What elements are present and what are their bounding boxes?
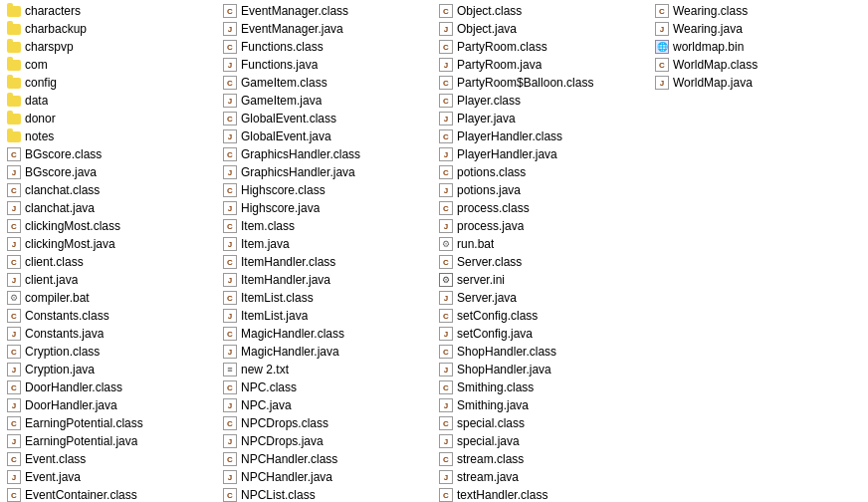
list-item[interactable]: characters — [2, 2, 218, 20]
list-item[interactable]: Event.java — [2, 468, 218, 486]
list-item[interactable]: new 2.txt — [218, 361, 434, 378]
file-label: potions.java — [457, 183, 521, 197]
list-item[interactable]: EventContainer.class — [2, 486, 218, 502]
list-item[interactable]: textHandler.class — [434, 486, 650, 502]
list-item[interactable]: Server.java — [434, 289, 650, 307]
list-item[interactable]: clickingMost.class — [2, 217, 218, 235]
list-item[interactable]: worldmap.bin — [650, 38, 866, 56]
file-label: donor — [25, 112, 56, 126]
java-file-icon — [223, 345, 237, 359]
list-item[interactable]: com — [2, 56, 218, 74]
list-item[interactable]: special.class — [434, 414, 650, 432]
java-file-icon — [439, 434, 453, 448]
list-item[interactable]: Functions.java — [218, 56, 434, 74]
column-col4: Wearing.classWearing.javaworldmap.binWor… — [650, 2, 866, 502]
list-item[interactable]: GameItem.class — [218, 74, 434, 92]
list-item[interactable]: data — [2, 92, 218, 110]
list-item[interactable]: charspvp — [2, 38, 218, 56]
list-item[interactable]: Smithing.class — [434, 378, 650, 396]
list-item[interactable]: GlobalEvent.java — [218, 127, 434, 145]
list-item[interactable]: DoorHandler.class — [2, 378, 218, 396]
list-item[interactable]: clanchat.java — [2, 199, 218, 217]
list-item[interactable]: EventManager.class — [218, 2, 434, 20]
list-item[interactable]: EarningPotential.class — [2, 414, 218, 432]
list-item[interactable]: Object.java — [434, 20, 650, 38]
list-item[interactable]: NPCList.class — [218, 486, 434, 502]
list-item[interactable]: GraphicsHandler.class — [218, 145, 434, 163]
list-item[interactable]: Wearing.java — [650, 20, 866, 38]
list-item[interactable]: EventManager.java — [218, 20, 434, 38]
list-item[interactable]: notes — [2, 127, 218, 145]
list-item[interactable]: PlayerHandler.class — [434, 127, 650, 145]
list-item[interactable]: PlayerHandler.java — [434, 145, 650, 163]
list-item[interactable]: GraphicsHandler.java — [218, 163, 434, 181]
list-item[interactable]: NPCHandler.java — [218, 468, 434, 486]
list-item[interactable]: GameItem.java — [218, 92, 434, 110]
class-file-icon — [439, 345, 453, 359]
list-item[interactable]: run.bat — [434, 235, 650, 253]
list-item[interactable]: WorldMap.java — [650, 74, 866, 92]
list-item[interactable]: client.java — [2, 271, 218, 289]
list-item[interactable]: charbackup — [2, 20, 218, 38]
list-item[interactable]: clanchat.class — [2, 181, 218, 199]
list-item[interactable]: Constants.class — [2, 307, 218, 325]
list-item[interactable]: potions.java — [434, 181, 650, 199]
list-item[interactable]: Cryption.java — [2, 361, 218, 378]
list-item[interactable]: config — [2, 74, 218, 92]
list-item[interactable]: NPCHandler.class — [218, 450, 434, 468]
list-item[interactable]: special.java — [434, 432, 650, 450]
list-item[interactable]: stream.class — [434, 450, 650, 468]
list-item[interactable]: Player.java — [434, 110, 650, 127]
list-item[interactable]: Highscore.class — [218, 181, 434, 199]
list-item[interactable]: NPC.java — [218, 396, 434, 414]
list-item[interactable]: client.class — [2, 253, 218, 271]
list-item[interactable]: MagicHandler.class — [218, 325, 434, 343]
list-item[interactable]: Server.class — [434, 253, 650, 271]
list-item[interactable]: Player.class — [434, 92, 650, 110]
list-item[interactable]: PartyRoom.java — [434, 56, 650, 74]
list-item[interactable]: Cryption.class — [2, 343, 218, 361]
list-item[interactable]: Item.java — [218, 235, 434, 253]
list-item[interactable]: Constants.java — [2, 325, 218, 343]
list-item[interactable]: EarningPotential.java — [2, 432, 218, 450]
list-item[interactable]: PartyRoom.class — [434, 38, 650, 56]
list-item[interactable]: WorldMap.class — [650, 56, 866, 74]
list-item[interactable]: setConfig.class — [434, 307, 650, 325]
list-item[interactable]: BGscore.class — [2, 145, 218, 163]
list-item[interactable]: ItemList.java — [218, 307, 434, 325]
list-item[interactable]: clickingMost.java — [2, 235, 218, 253]
list-item[interactable]: Event.class — [2, 450, 218, 468]
list-item[interactable]: stream.java — [434, 468, 650, 486]
list-item[interactable]: BGscore.java — [2, 163, 218, 181]
class-file-icon — [223, 76, 237, 90]
list-item[interactable]: ShopHandler.java — [434, 361, 650, 378]
list-item[interactable]: potions.class — [434, 163, 650, 181]
list-item[interactable]: process.class — [434, 199, 650, 217]
list-item[interactable]: ItemHandler.java — [218, 271, 434, 289]
class-file-icon — [7, 255, 21, 269]
list-item[interactable]: NPC.class — [218, 378, 434, 396]
class-file-icon — [223, 219, 237, 233]
list-item[interactable]: server.ini — [434, 271, 650, 289]
list-item[interactable]: Smithing.java — [434, 396, 650, 414]
list-item[interactable]: MagicHandler.java — [218, 343, 434, 361]
list-item[interactable]: ShopHandler.class — [434, 343, 650, 361]
list-item[interactable]: ItemHandler.class — [218, 253, 434, 271]
file-label: Highscore.class — [241, 183, 326, 197]
list-item[interactable]: ItemList.class — [218, 289, 434, 307]
list-item[interactable]: PartyRoom$Balloon.class — [434, 74, 650, 92]
list-item[interactable]: Object.class — [434, 2, 650, 20]
list-item[interactable]: DoorHandler.java — [2, 396, 218, 414]
list-item[interactable]: Highscore.java — [218, 199, 434, 217]
list-item[interactable]: Wearing.class — [650, 2, 866, 20]
list-item[interactable]: process.java — [434, 217, 650, 235]
list-item[interactable]: NPCDrops.java — [218, 432, 434, 450]
list-item[interactable]: Item.class — [218, 217, 434, 235]
list-item[interactable]: GlobalEvent.class — [218, 110, 434, 127]
list-item[interactable]: Functions.class — [218, 38, 434, 56]
java-file-icon — [439, 219, 453, 233]
list-item[interactable]: donor — [2, 110, 218, 127]
list-item[interactable]: compiler.bat — [2, 289, 218, 307]
list-item[interactable]: setConfig.java — [434, 325, 650, 343]
list-item[interactable]: NPCDrops.class — [218, 414, 434, 432]
